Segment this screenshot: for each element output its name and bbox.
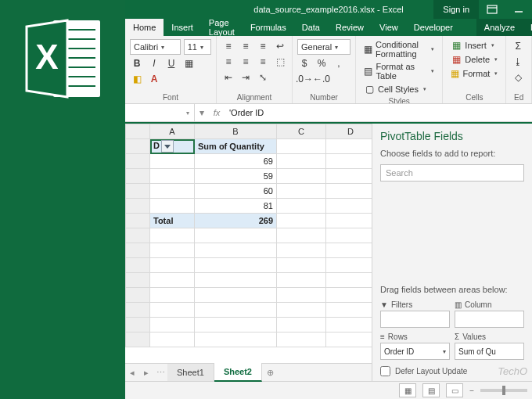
wrap-text-button[interactable]: ↩ bbox=[273, 39, 287, 53]
group-editing-caption: Ed bbox=[511, 92, 527, 103]
increase-decimal-button[interactable]: .0→ bbox=[297, 72, 311, 86]
sheet-nav-prev[interactable]: ◂ bbox=[125, 368, 139, 378]
format-cells-button[interactable]: ▦Format▾ bbox=[448, 67, 501, 80]
new-sheet-button[interactable]: ⊕ bbox=[262, 368, 279, 378]
font-size-select[interactable]: 11▾ bbox=[184, 39, 211, 55]
zoom-out-button[interactable]: − bbox=[469, 386, 474, 395]
values-area-box[interactable]: Sum of Qu bbox=[455, 343, 524, 360]
defer-layout-checkbox[interactable]: Defer Layout Update bbox=[380, 366, 524, 376]
fx-icon[interactable]: fx bbox=[209, 108, 225, 117]
col-header-D[interactable]: D bbox=[326, 124, 372, 139]
filters-area-box[interactable] bbox=[380, 311, 450, 328]
accounting-format-button[interactable]: $ bbox=[297, 56, 311, 70]
align-middle-button[interactable]: ≡ bbox=[239, 39, 253, 53]
pivot-values-label-cell[interactable]: Sum of Quantity bbox=[195, 139, 277, 154]
insert-cells-button[interactable]: ▦Insert▾ bbox=[448, 39, 501, 52]
pivot-value-cell[interactable]: 69 bbox=[195, 154, 277, 169]
border-button[interactable]: ▦ bbox=[182, 56, 196, 70]
minimize-button[interactable] bbox=[505, 0, 532, 19]
tab-insert[interactable]: Insert bbox=[164, 19, 201, 36]
decrease-indent-button[interactable]: ⇤ bbox=[221, 70, 235, 84]
percent-format-button[interactable]: % bbox=[315, 56, 329, 70]
col-header-B[interactable]: B bbox=[195, 124, 277, 139]
decrease-decimal-button[interactable]: ←.0 bbox=[315, 72, 329, 86]
name-box[interactable]: ▾ bbox=[125, 104, 195, 121]
pivot-value-cell[interactable]: 60 bbox=[195, 184, 277, 199]
view-normal-button[interactable]: ▦ bbox=[399, 383, 416, 397]
pivot-total-value[interactable]: 269 bbox=[195, 214, 277, 228]
group-font: Calibri▾ 11▾ B I U ▦ ◧ A Font bbox=[125, 36, 217, 103]
sheet-nav-more[interactable]: ⋯ bbox=[153, 368, 167, 378]
sheet-nav-next[interactable]: ▸ bbox=[139, 368, 153, 378]
clear-button[interactable]: ◇ bbox=[511, 70, 525, 84]
tab-review[interactable]: Review bbox=[328, 19, 372, 36]
select-all-corner[interactable] bbox=[126, 124, 150, 139]
pivot-value-cell[interactable]: 81 bbox=[195, 199, 277, 214]
columns-area-box[interactable] bbox=[455, 311, 524, 328]
bold-button[interactable]: B bbox=[130, 56, 144, 70]
sheet-tab-sheet1[interactable]: Sheet1 bbox=[167, 364, 214, 381]
rows-area-box[interactable]: Order ID▾ bbox=[380, 343, 450, 360]
fill-color-button[interactable]: ◧ bbox=[130, 72, 144, 86]
col-header-A[interactable]: A bbox=[150, 124, 195, 139]
formula-input[interactable]: 'Order ID bbox=[225, 108, 532, 117]
align-left-button[interactable]: ≡ bbox=[221, 55, 235, 69]
tab-developer[interactable]: Developer bbox=[406, 19, 461, 36]
pivot-search-input[interactable]: Search bbox=[380, 164, 524, 182]
view-page-layout-button[interactable]: ▤ bbox=[422, 383, 440, 397]
format-as-table-button[interactable]: ▤Format as Table▾ bbox=[361, 61, 437, 81]
font-name-select[interactable]: Calibri▾ bbox=[130, 39, 181, 55]
pivot-pane-title: PivotTable Fields bbox=[380, 130, 524, 142]
tab-page-layout[interactable]: Page Layout bbox=[201, 19, 243, 36]
align-right-button[interactable]: ≡ bbox=[256, 55, 270, 69]
row-header[interactable] bbox=[126, 139, 150, 154]
row-header[interactable] bbox=[126, 184, 150, 199]
view-page-break-button[interactable]: ▭ bbox=[446, 383, 463, 397]
orientation-button[interactable]: ⤡ bbox=[256, 70, 270, 84]
group-alignment: ≡ ≡ ≡ ↩ ≡ ≡ ≡ ⬚ ⇤ ⇥ ⤡ bbox=[217, 36, 293, 103]
align-center-button[interactable]: ≡ bbox=[239, 55, 253, 69]
tab-analyze[interactable]: Analyze bbox=[476, 19, 523, 36]
row-header[interactable] bbox=[126, 169, 150, 184]
cell-styles-icon: ▢ bbox=[364, 84, 375, 95]
pivot-total-label[interactable]: Total bbox=[150, 214, 195, 228]
signin-button[interactable]: Sign in bbox=[433, 0, 479, 19]
align-top-button[interactable]: ≡ bbox=[221, 39, 235, 53]
tab-home[interactable]: Home bbox=[125, 19, 164, 36]
tab-view[interactable]: View bbox=[372, 19, 406, 36]
group-editing: Σ ⭳ ◇ Ed bbox=[506, 36, 532, 103]
tab-design[interactable]: Design bbox=[523, 19, 532, 36]
autosum-button[interactable]: Σ bbox=[511, 39, 525, 53]
font-color-button[interactable]: A bbox=[147, 72, 161, 86]
fill-button[interactable]: ⭳ bbox=[511, 55, 525, 69]
filters-area-label: Filters bbox=[391, 300, 412, 309]
zoom-slider[interactable] bbox=[480, 389, 527, 392]
formula-bar: ▾ ▾ fx 'Order ID bbox=[125, 104, 532, 122]
defer-layout-input[interactable] bbox=[380, 366, 390, 376]
row-header[interactable] bbox=[126, 199, 150, 214]
cell-styles-button[interactable]: ▢Cell Styles▾ bbox=[361, 83, 437, 95]
row-header[interactable] bbox=[126, 154, 150, 169]
comma-format-button[interactable]: , bbox=[332, 56, 346, 70]
formula-bar-expand-icon[interactable]: ▾ bbox=[195, 106, 209, 120]
merge-button[interactable]: ⬚ bbox=[273, 55, 287, 69]
delete-cells-button[interactable]: ▦Delete▾ bbox=[448, 53, 501, 66]
tab-formulas[interactable]: Formulas bbox=[243, 19, 294, 36]
row-header[interactable] bbox=[126, 214, 150, 228]
col-header-C[interactable]: C bbox=[277, 124, 326, 139]
align-bottom-button[interactable]: ≡ bbox=[256, 39, 270, 53]
italic-button[interactable]: I bbox=[147, 56, 161, 70]
pivot-value-cell[interactable]: 59 bbox=[195, 169, 277, 184]
sheet-tab-sheet2[interactable]: Sheet2 bbox=[214, 363, 262, 382]
underline-button[interactable]: U bbox=[164, 56, 178, 70]
columns-area-label: Column bbox=[465, 300, 491, 309]
pivot-pane-subtitle: Choose fields to add to report: bbox=[380, 149, 524, 158]
conditional-formatting-button[interactable]: ▦Conditional Formatting▾ bbox=[361, 39, 437, 59]
increase-indent-button[interactable]: ⇥ bbox=[239, 70, 253, 84]
ribbon-display-options-icon[interactable] bbox=[479, 0, 505, 19]
grid[interactable]: A B C D E F D Sum of Quantity bbox=[125, 124, 372, 363]
number-format-select[interactable]: General▾ bbox=[297, 39, 350, 55]
pivot-filter-dropdown-icon[interactable] bbox=[161, 140, 174, 153]
tab-data[interactable]: Data bbox=[294, 19, 328, 36]
pivot-row-label-cell[interactable]: D bbox=[150, 139, 195, 154]
